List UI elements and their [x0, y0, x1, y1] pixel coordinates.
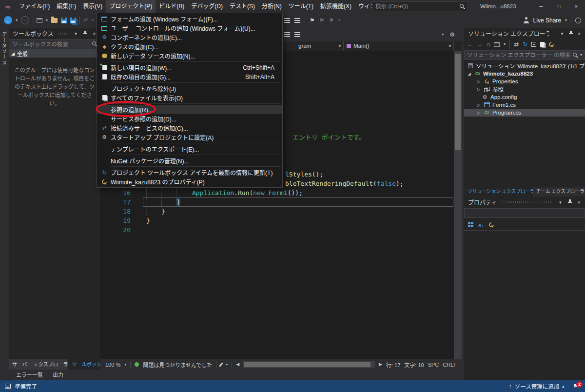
- undo-caret-icon[interactable]: ▾: [92, 19, 94, 22]
- window-position-caret-icon[interactable]: ▾: [557, 200, 564, 205]
- navigate-back-caret-icon[interactable]: ▾: [16, 19, 18, 22]
- menu-project[interactable]: プロジェクト(P): [106, 0, 156, 13]
- home-icon[interactable]: ⌂: [487, 41, 490, 47]
- drag-grip[interactable]: [58, 33, 67, 35]
- horizontal-scrollbar[interactable]: [243, 361, 375, 368]
- tree-item-form1[interactable]: ▷ Form1.cs: [464, 101, 585, 109]
- vertical-scrollbar[interactable]: [454, 51, 462, 359]
- collapse-all-icon[interactable]: [531, 42, 536, 47]
- pin-icon[interactable]: [567, 30, 574, 37]
- new-project-icon[interactable]: [37, 18, 42, 23]
- collapsed-arrow-icon[interactable]: ▷: [476, 87, 481, 92]
- sync-with-active-document-icon[interactable]: ⇄: [514, 41, 519, 47]
- live-share-caret-icon[interactable]: ▾: [565, 19, 567, 22]
- expanded-arrow-icon[interactable]: ◢: [467, 72, 472, 76]
- tab-error-list[interactable]: エラー一覧: [12, 370, 47, 380]
- menu-item-add-component[interactable]: ⚙ コンポーネントの追加(E)...: [97, 33, 282, 42]
- menu-view[interactable]: 表示(V): [79, 0, 106, 13]
- pin-icon[interactable]: [81, 30, 89, 37]
- search-caret-icon[interactable]: ▾: [580, 53, 582, 57]
- feedback-smiley-icon[interactable]: [575, 18, 581, 23]
- navigate-forward-icon[interactable]: →: [21, 16, 29, 24]
- menu-item-add-class[interactable]: ◆ クラスの追加(C)...: [97, 42, 282, 51]
- categorized-view-icon[interactable]: [468, 222, 473, 227]
- properties-wrench-icon[interactable]: [548, 41, 554, 47]
- live-share-label[interactable]: Live Share: [533, 17, 561, 24]
- menu-analyze[interactable]: 分析(N): [258, 0, 285, 13]
- menu-tools[interactable]: ツール(T): [285, 0, 317, 13]
- scroll-right-icon[interactable]: ▶: [379, 362, 382, 367]
- menu-item-manage-nuget[interactable]: NuGet パッケージの管理(N)...: [97, 156, 282, 165]
- menu-item-add-existing-item[interactable]: 既存の項目の追加(G)... Shift+Alt+A: [97, 72, 282, 81]
- quick-search-input[interactable]: [375, 3, 457, 9]
- menu-item-add-user-control[interactable]: ユーザー コントロールの追加 (Windows フォーム)(U)...: [97, 23, 282, 33]
- menu-item-add-reference[interactable]: 参照の追加(R)...: [97, 105, 282, 114]
- tree-item-properties[interactable]: ▷ Properties: [464, 78, 585, 85]
- collapsed-arrow-icon[interactable]: ▷: [476, 111, 481, 115]
- tree-item-solution[interactable]: ソリューション 'Wiimote_kazu8823' (1/1 プロジェク: [464, 62, 585, 70]
- edit-mode-pen-icon[interactable]: [219, 362, 223, 367]
- collapsed-arrow-icon[interactable]: ▷: [476, 103, 481, 107]
- toolbox-group-general[interactable]: ◢ 全般: [9, 49, 100, 58]
- bookmark-next-icon[interactable]: ⚑: [329, 18, 334, 23]
- tab-solution-explorer[interactable]: ソリューション エクスプローラー: [464, 187, 533, 196]
- edit-mode-caret-icon[interactable]: ▾: [226, 363, 228, 367]
- tab-output[interactable]: 出力: [48, 370, 68, 380]
- menu-item-add-form[interactable]: フォームの追加 (Windows フォーム)(F)...: [97, 14, 282, 23]
- tab-team-explorer[interactable]: チーム エクスプローラー: [533, 187, 585, 196]
- navigate-back-icon[interactable]: ←: [4, 16, 12, 24]
- window-position-caret-icon[interactable]: ▾: [72, 31, 79, 36]
- menu-item-add-connected-service[interactable]: ⇄ 接続済みサービスの追加(C)...: [97, 123, 282, 133]
- menu-build[interactable]: ビルド(B): [156, 0, 188, 13]
- menu-debug[interactable]: デバッグ(D): [188, 0, 226, 13]
- code-health-icon[interactable]: [135, 362, 139, 367]
- undo-icon[interactable]: ↶: [83, 18, 88, 23]
- refresh-icon[interactable]: ↻: [523, 41, 527, 47]
- menu-item-show-all-files[interactable]: すべてのファイルを表示(O): [97, 93, 282, 102]
- properties-object-combobox[interactable]: [464, 208, 585, 218]
- bookmark-caret-icon[interactable]: ▾: [338, 19, 340, 22]
- menu-extensions[interactable]: 拡張機能(X): [317, 0, 355, 13]
- properties-wrench-icon[interactable]: [488, 222, 494, 228]
- code-health-text[interactable]: 問題は見つかりませんでした: [143, 361, 212, 369]
- bookmark-toggle-icon[interactable]: ⚑: [310, 18, 315, 23]
- open-file-icon[interactable]: [51, 18, 58, 23]
- menu-edit[interactable]: 編集(E): [53, 0, 79, 13]
- outdent-icon[interactable]: [294, 18, 300, 23]
- menu-item-add-new-item[interactable]: 新しい項目の追加(W)... Ctrl+Shift+A: [97, 63, 282, 72]
- quick-search[interactable]: [372, 1, 468, 11]
- drag-grip[interactable]: [502, 201, 552, 203]
- save-icon[interactable]: [61, 18, 67, 23]
- navigate-back-icon[interactable]: ←: [467, 41, 473, 47]
- live-share-icon[interactable]: [523, 17, 529, 23]
- window-position-caret-icon[interactable]: ▾: [559, 31, 566, 36]
- zoom-caret-icon[interactable]: ▾: [124, 363, 126, 367]
- menu-item-export-template[interactable]: テンプレートのエクスポート(E)...: [97, 144, 282, 154]
- switch-views-caret-icon[interactable]: ▾: [504, 42, 506, 46]
- tree-item-references[interactable]: ▷ 参照: [464, 85, 585, 93]
- notifications-flag-icon[interactable]: ⚑ 2: [573, 383, 578, 390]
- close-panel-icon[interactable]: ×: [576, 31, 583, 37]
- menu-item-add-data-source[interactable]: 新しいデータ ソースの追加(N)...: [97, 51, 282, 60]
- member-dropdown[interactable]: Main() ▾: [344, 41, 454, 51]
- tree-item-appconfig[interactable]: ⚙ App.config: [464, 93, 585, 101]
- menu-test[interactable]: テスト(S): [226, 0, 258, 13]
- save-all-icon[interactable]: [70, 18, 76, 23]
- source-control-caret-icon[interactable]: ▴: [562, 384, 564, 389]
- minimize-icon[interactable]: ─: [532, 0, 550, 13]
- menu-item-set-as-startup[interactable]: ⚙ スタートアップ プロジェクトに設定(A): [97, 133, 282, 142]
- maximize-icon[interactable]: □: [550, 0, 567, 13]
- new-project-caret-icon[interactable]: ▾: [46, 19, 48, 22]
- solution-search-input[interactable]: [467, 52, 570, 58]
- add-to-source-control-button[interactable]: ソース管理に追加: [515, 382, 559, 390]
- indent-icon[interactable]: [284, 18, 290, 23]
- menu-item-add-service-reference[interactable]: サービス参照の追加(D)...: [97, 114, 282, 123]
- close-icon[interactable]: ×: [567, 0, 585, 13]
- publish-up-icon[interactable]: ↑: [509, 383, 512, 389]
- toolbox-search-input[interactable]: [12, 41, 89, 47]
- menu-item-project-properties[interactable]: Wiimote_kazu8823 のプロパティ(P): [97, 177, 282, 186]
- search-icon[interactable]: [460, 4, 465, 9]
- chevron-down-icon[interactable]: ▾: [339, 44, 341, 48]
- background-tasks-icon[interactable]: [5, 384, 11, 389]
- menu-item-refresh-toolbox[interactable]: ↻ プロジェクト ツールボックス アイテムを最新の情報に更新(T): [97, 168, 282, 177]
